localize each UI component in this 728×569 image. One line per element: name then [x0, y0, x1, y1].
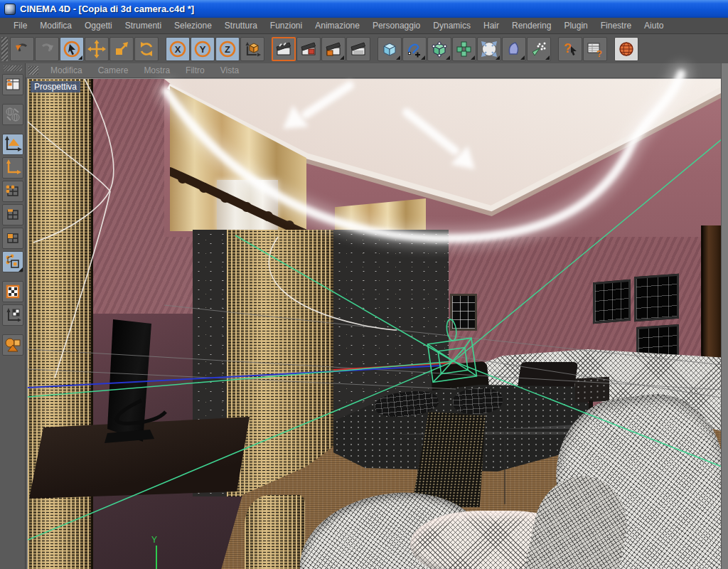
- menu-modifica[interactable]: Modifica: [33, 18, 78, 33]
- live-selection-button[interactable]: [60, 37, 84, 61]
- globe-icon: [617, 40, 636, 58]
- move-button[interactable]: [85, 37, 109, 61]
- texture-uv-mode-button[interactable]: [2, 251, 23, 272]
- gold-curtain-gl: [227, 230, 335, 496]
- selection-cursor-icon: [63, 40, 81, 58]
- rotate-icon: [138, 41, 155, 58]
- menu-dynamics[interactable]: Dynamics: [427, 18, 477, 33]
- add-cube-primitive-button[interactable]: [378, 37, 402, 61]
- menu-strumenti[interactable]: Strumenti: [119, 18, 168, 33]
- lock-y-axis-button[interactable]: Y: [191, 37, 215, 61]
- vp-menu-camere[interactable]: Camere: [90, 64, 136, 77]
- expand-arrows-icon: [480, 40, 498, 58]
- render-region: [164, 79, 721, 237]
- menu-personaggio[interactable]: Personaggio: [366, 18, 427, 33]
- move-icon: [87, 40, 106, 58]
- curtain-pool: [245, 495, 305, 569]
- convert-selection-button[interactable]: [2, 104, 23, 125]
- menu-funzioni[interactable]: Funzioni: [264, 18, 309, 33]
- texture-checker-icon: [4, 283, 21, 300]
- toolbar-grip[interactable]: [1, 37, 8, 61]
- render-view-button[interactable]: [272, 37, 296, 61]
- command-manager-icon: ?: [586, 40, 604, 58]
- render-settings-button[interactable]: [321, 37, 346, 61]
- z-axis-icon: Z: [218, 40, 237, 58]
- edges-mode-button[interactable]: [2, 204, 23, 225]
- texture-axis-mode-button[interactable]: [2, 304, 23, 326]
- undo-button[interactable]: [10, 37, 34, 61]
- coordinate-cube-icon: [243, 40, 262, 58]
- svg-text:?: ?: [596, 48, 602, 58]
- edges-mode-icon: [4, 206, 21, 223]
- y-axis-icon: Y: [193, 40, 212, 58]
- clapperboard-list-icon: [349, 40, 368, 58]
- undo-icon: [14, 41, 31, 58]
- help-button[interactable]: ?: [558, 37, 582, 61]
- layout-icon: [4, 76, 21, 93]
- left-mode-toolbar: [0, 63, 26, 569]
- object-axis-icon: [4, 159, 22, 177]
- window-title: CINEMA 4D - [Copia di 3d camera.c4d *]: [20, 4, 194, 14]
- render-active-view-button[interactable]: [296, 37, 321, 61]
- coordinate-system-button[interactable]: [240, 37, 264, 61]
- add-spline-button[interactable]: [402, 37, 427, 61]
- polygons-mode-icon: [4, 230, 21, 247]
- menu-finestre[interactable]: Finestre: [594, 18, 638, 33]
- model-mode-icon: [4, 135, 22, 154]
- hypernurbs-icon: [430, 40, 449, 58]
- x-axis-icon: X: [168, 40, 187, 58]
- viewport-3d[interactable]: Y Prospettiva: [27, 78, 721, 569]
- menu-plugin[interactable]: Plugin: [557, 18, 594, 33]
- scale-button[interactable]: [109, 37, 134, 61]
- object-display-mode-button[interactable]: [2, 334, 23, 356]
- menu-animazione[interactable]: Animazione: [309, 18, 366, 33]
- texture-mode-button[interactable]: [2, 281, 23, 302]
- menu-rendering[interactable]: Rendering: [505, 18, 557, 33]
- vp-menu-filtro[interactable]: Filtro: [178, 64, 213, 77]
- rotate-button[interactable]: [134, 37, 159, 61]
- polygons-mode-button[interactable]: [2, 228, 23, 249]
- vp-menu-modifica[interactable]: Modifica: [43, 64, 90, 77]
- command-manager-button[interactable]: ?: [583, 37, 607, 61]
- convert-globes-icon: [4, 106, 21, 123]
- clapperboard-settings-icon: [324, 40, 343, 58]
- armchair-right: [538, 392, 721, 569]
- left-toolbar-grip[interactable]: [4, 65, 22, 71]
- menu-selezione[interactable]: Selezione: [168, 18, 218, 33]
- render-queue-button[interactable]: [346, 37, 370, 61]
- svg-text:Z: Z: [225, 44, 230, 55]
- vp-menu-mostra[interactable]: Mostra: [136, 64, 178, 77]
- add-array-object-button[interactable]: [452, 37, 476, 61]
- menu-oggetti[interactable]: Oggetti: [78, 18, 119, 33]
- model-mode-button[interactable]: [2, 134, 23, 155]
- menu-bar: File Modifica Oggetti Strumenti Selezion…: [0, 18, 728, 34]
- lock-x-axis-button[interactable]: X: [166, 37, 190, 61]
- menu-hair[interactable]: Hair: [477, 18, 505, 33]
- viewport-right-gutter: [721, 63, 728, 569]
- layout-button[interactable]: [2, 74, 23, 95]
- viewport-grip[interactable]: [28, 66, 38, 75]
- menu-file[interactable]: File: [7, 18, 33, 33]
- vp-menu-vista[interactable]: Vista: [213, 64, 247, 77]
- add-particle-emitter-button[interactable]: [527, 37, 551, 61]
- redo-button[interactable]: [35, 37, 59, 61]
- add-deformer-button[interactable]: [477, 37, 501, 61]
- sky-wedge-icon: [505, 40, 523, 58]
- object-display-icon: [4, 336, 22, 354]
- svg-text:?: ?: [564, 41, 572, 55]
- spline-pen-icon: [405, 40, 424, 58]
- add-hypernurbs-button[interactable]: [427, 37, 451, 61]
- svg-text:Y: Y: [200, 44, 206, 55]
- object-axis-mode-button[interactable]: [2, 157, 23, 179]
- menu-struttura[interactable]: Struttura: [218, 18, 264, 33]
- particles-icon: [530, 40, 548, 58]
- add-floor-sky-button[interactable]: [502, 37, 526, 61]
- menu-aiuto[interactable]: Aiuto: [638, 18, 670, 33]
- lock-z-axis-button[interactable]: Z: [215, 37, 240, 61]
- online-updater-button[interactable]: [614, 37, 638, 61]
- cube-icon: [380, 40, 399, 58]
- title-bar[interactable]: CINEMA 4D - [Copia di 3d camera.c4d *]: [0, 0, 728, 18]
- view-label[interactable]: Prospettiva: [31, 81, 80, 92]
- array-cubes-icon: [455, 40, 473, 58]
- points-mode-button[interactable]: [2, 181, 23, 202]
